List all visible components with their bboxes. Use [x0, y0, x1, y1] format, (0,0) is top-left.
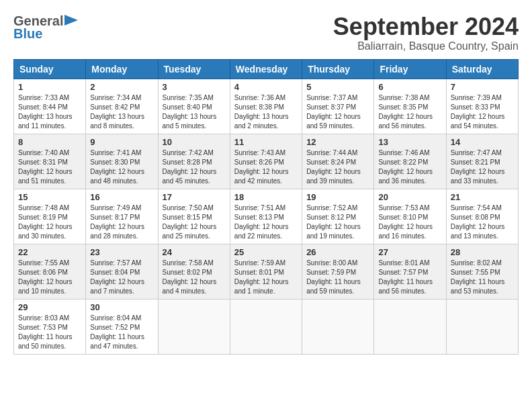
table-row: 12Sunrise: 7:44 AM Sunset: 8:24 PM Dayli… [302, 134, 374, 189]
day-info: Sunrise: 7:51 AM Sunset: 8:13 PM Dayligh… [234, 203, 298, 241]
month-title: September 2024 [333, 13, 519, 40]
day-number: 13 [378, 137, 441, 147]
day-number: 16 [90, 192, 153, 202]
table-row: 13Sunrise: 7:46 AM Sunset: 8:22 PM Dayli… [374, 134, 446, 189]
calendar-table: SundayMondayTuesdayWednesdayThursdayFrid… [13, 59, 519, 355]
title-section: September 2024 Baliarrain, Basque Countr… [333, 13, 519, 52]
day-info: Sunrise: 8:01 AM Sunset: 7:57 PM Dayligh… [378, 259, 441, 296]
day-number: 23 [90, 247, 153, 257]
table-row: 29Sunrise: 8:03 AM Sunset: 7:53 PM Dayli… [14, 299, 86, 354]
weekday-header-wednesday: Wednesday [230, 59, 302, 79]
day-number: 6 [378, 82, 441, 92]
day-number: 30 [90, 302, 153, 312]
table-row: 1Sunrise: 7:33 AM Sunset: 8:44 PM Daylig… [14, 79, 86, 134]
table-row: 5Sunrise: 7:37 AM Sunset: 8:37 PM Daylig… [302, 79, 374, 134]
day-info: Sunrise: 7:36 AM Sunset: 8:38 PM Dayligh… [234, 93, 298, 131]
day-number: 8 [18, 137, 81, 147]
table-row: 21Sunrise: 7:54 AM Sunset: 8:08 PM Dayli… [446, 189, 518, 244]
day-number: 18 [234, 192, 298, 202]
table-row: 18Sunrise: 7:51 AM Sunset: 8:13 PM Dayli… [230, 189, 302, 244]
table-row: 19Sunrise: 7:52 AM Sunset: 8:12 PM Dayli… [302, 189, 374, 244]
table-row: 30Sunrise: 8:04 AM Sunset: 7:52 PM Dayli… [86, 299, 158, 354]
day-info: Sunrise: 8:04 AM Sunset: 7:52 PM Dayligh… [90, 314, 153, 351]
table-row: 2Sunrise: 7:34 AM Sunset: 8:42 PM Daylig… [86, 79, 158, 134]
table-row: 6Sunrise: 7:38 AM Sunset: 8:35 PM Daylig… [374, 79, 446, 134]
logo-blue: Blue [13, 26, 42, 42]
table-row [302, 299, 374, 354]
day-number: 9 [90, 137, 153, 147]
table-row [374, 299, 446, 354]
table-row: 15Sunrise: 7:48 AM Sunset: 8:19 PM Dayli… [14, 189, 86, 244]
weekday-header-thursday: Thursday [302, 59, 374, 79]
day-info: Sunrise: 7:43 AM Sunset: 8:26 PM Dayligh… [234, 148, 298, 186]
day-number: 19 [306, 192, 369, 202]
table-row: 8Sunrise: 7:40 AM Sunset: 8:31 PM Daylig… [14, 134, 86, 189]
day-number: 28 [451, 247, 514, 257]
day-number: 11 [234, 137, 298, 147]
day-number: 14 [451, 137, 514, 147]
day-number: 10 [163, 137, 226, 147]
day-info: Sunrise: 8:00 AM Sunset: 7:59 PM Dayligh… [306, 259, 369, 296]
location-subtitle: Baliarrain, Basque Country, Spain [333, 40, 519, 52]
logo: General Blue [13, 13, 78, 42]
day-info: Sunrise: 7:59 AM Sunset: 8:01 PM Dayligh… [234, 259, 298, 296]
table-row: 7Sunrise: 7:39 AM Sunset: 8:33 PM Daylig… [446, 79, 518, 134]
day-number: 21 [451, 192, 514, 202]
day-number: 12 [306, 137, 369, 147]
day-number: 7 [451, 82, 514, 92]
day-info: Sunrise: 7:58 AM Sunset: 8:02 PM Dayligh… [163, 259, 226, 296]
day-number: 24 [163, 247, 226, 257]
weekday-header-monday: Monday [86, 59, 158, 79]
calendar-week-2: 8Sunrise: 7:40 AM Sunset: 8:31 PM Daylig… [14, 134, 519, 189]
day-info: Sunrise: 7:42 AM Sunset: 8:28 PM Dayligh… [163, 148, 226, 186]
day-info: Sunrise: 7:40 AM Sunset: 8:31 PM Dayligh… [18, 148, 81, 186]
day-number: 2 [90, 82, 153, 92]
day-number: 1 [18, 82, 81, 92]
day-info: Sunrise: 7:54 AM Sunset: 8:08 PM Dayligh… [451, 203, 514, 241]
day-number: 22 [18, 247, 81, 257]
table-row: 25Sunrise: 7:59 AM Sunset: 8:01 PM Dayli… [230, 244, 302, 299]
calendar-week-1: 1Sunrise: 7:33 AM Sunset: 8:44 PM Daylig… [14, 79, 519, 134]
table-row: 14Sunrise: 7:47 AM Sunset: 8:21 PM Dayli… [446, 134, 518, 189]
day-info: Sunrise: 8:03 AM Sunset: 7:53 PM Dayligh… [18, 314, 81, 351]
logo-arrow-icon [64, 15, 78, 28]
day-number: 25 [234, 247, 298, 257]
weekday-header-row: SundayMondayTuesdayWednesdayThursdayFrid… [14, 59, 519, 79]
weekday-header-saturday: Saturday [446, 59, 518, 79]
table-row: 4Sunrise: 7:36 AM Sunset: 8:38 PM Daylig… [230, 79, 302, 134]
page-header: General Blue September 2024 Baliarrain, … [13, 13, 519, 52]
day-info: Sunrise: 7:34 AM Sunset: 8:42 PM Dayligh… [90, 93, 153, 131]
table-row: 3Sunrise: 7:35 AM Sunset: 8:40 PM Daylig… [158, 79, 230, 134]
weekday-header-friday: Friday [374, 59, 446, 79]
day-number: 20 [378, 192, 441, 202]
table-row [446, 299, 518, 354]
day-info: Sunrise: 7:33 AM Sunset: 8:44 PM Dayligh… [18, 93, 81, 131]
table-row: 27Sunrise: 8:01 AM Sunset: 7:57 PM Dayli… [374, 244, 446, 299]
table-row: 26Sunrise: 8:00 AM Sunset: 7:59 PM Dayli… [302, 244, 374, 299]
table-row [230, 299, 302, 354]
day-info: Sunrise: 7:47 AM Sunset: 8:21 PM Dayligh… [451, 148, 514, 186]
calendar-week-3: 15Sunrise: 7:48 AM Sunset: 8:19 PM Dayli… [14, 189, 519, 244]
day-number: 15 [18, 192, 81, 202]
day-info: Sunrise: 7:35 AM Sunset: 8:40 PM Dayligh… [163, 93, 226, 131]
day-number: 5 [306, 82, 369, 92]
day-number: 4 [234, 82, 298, 92]
day-info: Sunrise: 7:48 AM Sunset: 8:19 PM Dayligh… [18, 203, 81, 241]
day-info: Sunrise: 7:49 AM Sunset: 8:17 PM Dayligh… [90, 203, 153, 241]
table-row: 10Sunrise: 7:42 AM Sunset: 8:28 PM Dayli… [158, 134, 230, 189]
day-number: 29 [18, 302, 81, 312]
day-info: Sunrise: 7:55 AM Sunset: 8:06 PM Dayligh… [18, 259, 81, 296]
day-number: 17 [163, 192, 226, 202]
table-row: 24Sunrise: 7:58 AM Sunset: 8:02 PM Dayli… [158, 244, 230, 299]
day-number: 3 [163, 82, 226, 92]
calendar-week-5: 29Sunrise: 8:03 AM Sunset: 7:53 PM Dayli… [14, 299, 519, 354]
day-info: Sunrise: 7:37 AM Sunset: 8:37 PM Dayligh… [306, 93, 369, 131]
day-info: Sunrise: 8:02 AM Sunset: 7:55 PM Dayligh… [451, 259, 514, 296]
day-info: Sunrise: 7:41 AM Sunset: 8:30 PM Dayligh… [90, 148, 153, 186]
table-row: 11Sunrise: 7:43 AM Sunset: 8:26 PM Dayli… [230, 134, 302, 189]
day-info: Sunrise: 7:44 AM Sunset: 8:24 PM Dayligh… [306, 148, 369, 186]
day-info: Sunrise: 7:50 AM Sunset: 8:15 PM Dayligh… [163, 203, 226, 241]
day-number: 26 [306, 247, 369, 257]
weekday-header-tuesday: Tuesday [158, 59, 230, 79]
day-info: Sunrise: 7:46 AM Sunset: 8:22 PM Dayligh… [378, 148, 441, 186]
